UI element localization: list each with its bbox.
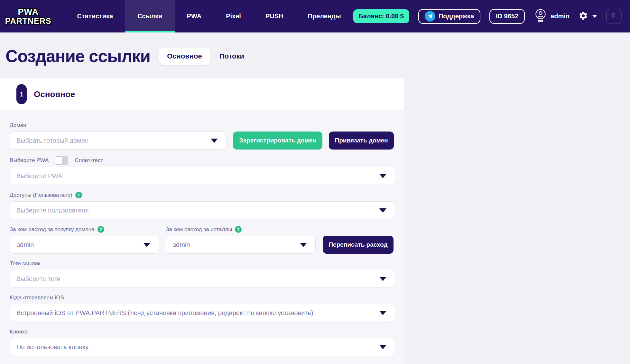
navbar-right-cluster: Баланс: 0.00 $ Поддержка ID 9652 admin [353, 0, 622, 32]
domain-select[interactable]: Выбрать готовый домен [10, 132, 227, 150]
help-icon[interactable]: ? [75, 192, 82, 198]
field-ios: Куда отправляем iOS Встроенный iOS от PW… [10, 295, 395, 322]
user-id-badge[interactable]: ID 9652 [489, 9, 525, 24]
cloaka-select-value: Не использовать клоаку [16, 343, 88, 351]
cloaka-label: Клоака [10, 329, 395, 335]
username-label: admin [551, 13, 570, 20]
nav-item-pixel[interactable]: Pixel [214, 0, 253, 32]
top-navbar: PWA PARTNERS Статистика Ссылки PWA Pixel… [0, 0, 630, 32]
nav-item-pwa[interactable]: PWA [175, 0, 214, 32]
field-pwa: Выберите PWA Сплит-тест Выберите PWA [10, 156, 395, 185]
brand-logo[interactable]: PWA PARTNERS [4, 0, 52, 32]
nav-item-label: PWA [187, 13, 202, 20]
pwa-select-value: Выберите PWA [16, 172, 62, 180]
ios-label: Куда отправляем iOS [10, 295, 395, 301]
toggle-knob [55, 157, 62, 164]
field-tags: Теги ссылок Выберите теги [10, 260, 395, 288]
chevron-down-icon [379, 174, 386, 178]
tags-select-value: Выберите теги [16, 275, 60, 283]
link-creation-card: 1 Основное Домен Выбрать готовый домен З… [0, 78, 404, 364]
page-title: Создание ссылки [5, 46, 150, 66]
main-content: Создание ссылки Основное Потоки 1 Основн… [0, 46, 630, 364]
avatar-icon [534, 9, 547, 24]
card-section-title: Основное [34, 89, 75, 99]
nav-item-label: Ссылки [137, 13, 162, 20]
chevron-down-icon [379, 277, 386, 281]
access-select-value: Выберите пользователя [16, 207, 89, 214]
nav-item-prelands[interactable]: Преленды [295, 0, 353, 32]
chevron-down-icon [379, 345, 386, 349]
access-label: Доступы (Пользователи) [10, 192, 72, 198]
nav-item-label: Статистика [77, 13, 113, 20]
support-button[interactable]: Поддержка [418, 9, 480, 24]
logout-icon [610, 12, 618, 21]
chevron-down-icon [592, 15, 597, 18]
nav-item-label: Преленды [308, 13, 341, 20]
expense-domain-label: За кем расход за покупку домена [10, 226, 95, 233]
field-expenses: За кем расход за покупку домена ? admin … [10, 226, 395, 254]
nav-item-label: Pixel [226, 13, 241, 20]
tags-label: Теги ссылок [10, 260, 395, 267]
chevron-down-icon [379, 311, 386, 315]
help-icon[interactable]: ? [97, 226, 104, 233]
balance-badge[interactable]: Баланс: 0.00 $ [353, 9, 409, 23]
chevron-down-icon [143, 243, 150, 247]
chevron-down-icon [300, 243, 307, 247]
field-access: Доступы (Пользователи) ? Выберите пользо… [10, 192, 395, 219]
tags-select[interactable]: Выберите теги [10, 270, 395, 288]
user-menu[interactable]: admin [534, 9, 570, 24]
expense-domain-value: admin [16, 241, 34, 249]
field-cloaka: Клоака Не использовать клоаку [10, 329, 395, 356]
support-label: Поддержка [439, 13, 474, 20]
split-test-label: Сплит-тест [75, 157, 103, 164]
ios-select-value: Встроенный iOS от PWA.PARTNERS (ленд уст… [16, 309, 313, 317]
expense-installs-label: За кем расход за исталлы [166, 226, 232, 233]
bind-domain-button[interactable]: Привязать домен [329, 132, 394, 150]
field-domain: Домен Выбрать готовый домен Зарегистриро… [10, 122, 395, 150]
tab-flows[interactable]: Потоки [219, 52, 244, 60]
chevron-down-icon [211, 139, 218, 143]
expense-domain-select[interactable]: admin [10, 236, 159, 254]
pwa-select[interactable]: Выберите PWA [10, 167, 395, 185]
card-body: Домен Выбрать готовый домен Зарегистриро… [0, 110, 404, 364]
telegram-icon [425, 11, 435, 22]
cloaka-select[interactable]: Не использовать клоаку [10, 338, 395, 356]
page-header: Создание ссылки Основное Потоки [5, 46, 630, 66]
tab-main[interactable]: Основное [159, 48, 210, 65]
rewrite-expense-button[interactable]: Переписать расход [323, 236, 394, 254]
expense-installs-value: admin [172, 241, 190, 249]
gear-icon [579, 11, 588, 22]
register-domain-button[interactable]: Зарегистрировать домен [233, 132, 322, 150]
split-test-toggle[interactable] [55, 156, 68, 165]
domain-label: Домен [10, 122, 395, 129]
main-nav: Статистика Ссылки PWA Pixel PUSH Преленд… [65, 0, 353, 32]
logo-line-2: PARTNERS [5, 17, 51, 25]
nav-item-label: PUSH [265, 13, 283, 20]
expense-installs-select[interactable]: admin [166, 236, 316, 254]
help-icon[interactable]: ? [235, 226, 242, 233]
step-number-badge: 1 [16, 84, 27, 104]
chevron-down-icon [379, 208, 386, 213]
nav-item-statistics[interactable]: Статистика [65, 0, 125, 32]
card-section-header: 1 Основное [0, 78, 404, 110]
settings-menu[interactable] [579, 11, 597, 22]
nav-item-links[interactable]: Ссылки [125, 0, 174, 32]
nav-item-push[interactable]: PUSH [253, 0, 296, 32]
ios-destination-select[interactable]: Встроенный iOS от PWA.PARTNERS (ленд уст… [10, 304, 395, 322]
pwa-label: Выберите PWA [10, 157, 49, 164]
logo-line-1: PWA [18, 7, 39, 16]
user-id-label: ID 9652 [496, 13, 518, 20]
logout-button[interactable] [606, 9, 622, 24]
access-users-select[interactable]: Выберите пользователя [10, 201, 395, 219]
domain-select-value: Выбрать готовый домен [16, 137, 88, 144]
